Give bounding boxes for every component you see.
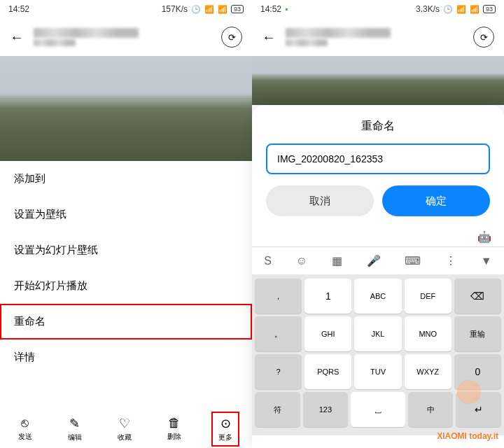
menu-rename[interactable]: 重命名 [0, 304, 252, 340]
notification-icon: ▪ [285, 4, 288, 14]
bluetooth-icon: 🕒 [191, 5, 201, 14]
alarm-icon: 📶 [204, 5, 214, 14]
bluetooth-icon: 🕒 [443, 5, 453, 14]
emoji-hint: 🤖 [252, 227, 504, 246]
heart-icon: ♡ [119, 416, 130, 431]
back-button[interactable]: ← [10, 29, 24, 46]
bottom-edit[interactable]: ✎编辑 [62, 413, 88, 445]
trash-icon: 🗑 [168, 416, 181, 430]
back-button[interactable]: ← [262, 29, 276, 46]
menu-add-to[interactable]: 添加到 [0, 161, 252, 197]
key-zero[interactable]: 0 [454, 354, 501, 389]
collapse-icon[interactable]: ▼ [481, 255, 492, 267]
header: ← ⟳ [0, 18, 252, 56]
key-numbers[interactable]: 123 [303, 392, 349, 427]
battery-icon: 93 [483, 5, 496, 13]
clipboard-icon[interactable]: ▦ [332, 254, 342, 267]
more-icon: ⊙ [220, 416, 231, 431]
key-space[interactable]: ⎵ [351, 392, 405, 427]
menu-details[interactable]: 详情 [0, 340, 252, 375]
emoji-icon[interactable]: ☺ [296, 255, 307, 267]
bottom-delete[interactable]: 🗑删除 [162, 413, 187, 444]
voice-icon[interactable]: 🎤 [367, 254, 381, 267]
key-symbols[interactable]: 符 [255, 392, 300, 427]
key-6[interactable]: MNO [405, 316, 451, 351]
key-question[interactable]: ? [255, 354, 302, 389]
key-9[interactable]: WXYZ [405, 354, 451, 389]
keyboard-toolbar: S ☺ ▦ 🎤 ⌨ ⋮ ▼ [252, 246, 504, 274]
menu-set-slideshow-wallpaper[interactable]: 设置为幻灯片壁纸 [0, 232, 252, 268]
signal-icon: 📶 [456, 5, 466, 14]
status-net: 157K/s [162, 4, 188, 14]
menu-set-wallpaper[interactable]: 设置为壁纸 [0, 197, 252, 232]
key-8[interactable]: TUV [354, 354, 401, 389]
more-icon[interactable]: ⋮ [445, 254, 456, 267]
photo-preview[interactable] [0, 56, 252, 161]
rename-dialog: 重命名 取消 确定 🤖 S ☺ ▦ 🎤 ⌨ ⋮ ▼ ， 1 ABC DEF ⌫ [252, 105, 504, 448]
key-comma[interactable]: ， [255, 279, 302, 314]
ok-button[interactable]: 确定 [382, 186, 490, 216]
header-title [286, 27, 463, 48]
settings-icon[interactable]: ⌨ [405, 254, 421, 267]
key-enter[interactable]: ↵ [456, 392, 501, 427]
header: ← ⟳ [252, 18, 504, 56]
status-time: 14:52 [260, 4, 281, 14]
cancel-button[interactable]: 取消 [266, 186, 374, 216]
bottom-send[interactable]: ⎋发送 [13, 413, 38, 444]
status-bar: 14:52 ▪ 3.3K/s 🕒 📶 📶 93 [252, 0, 504, 18]
rename-input[interactable] [266, 144, 490, 174]
phone-left: 14:52 157K/s 🕒 📶 📶 93 ← ⟳ 添加到 设置为壁纸 设置为幻… [0, 0, 252, 448]
bottom-bar: ⎋发送 ✎编辑 ♡收藏 🗑删除 ⊙更多 [0, 409, 252, 448]
status-net: 3.3K/s [416, 4, 440, 14]
phone-right: 14:52 ▪ 3.3K/s 🕒 📶 📶 93 ← ⟳ 重命名 取消 确定 🤖 [252, 0, 504, 448]
wifi-icon: 📶 [470, 5, 479, 14]
wifi-icon: 📶 [218, 5, 227, 14]
key-lang[interactable]: 中 [408, 392, 454, 427]
photo-preview[interactable] [252, 56, 504, 105]
key-1[interactable]: 1 [304, 279, 351, 314]
keyboard: ， 1 ABC DEF ⌫ 。 GHI JKL MNO 重输 ? PQRS TU… [252, 274, 504, 435]
status-time: 14:52 [8, 4, 29, 14]
key-2[interactable]: ABC [354, 279, 401, 314]
rotate-button[interactable]: ⟳ [473, 27, 494, 48]
key-5[interactable]: JKL [354, 316, 401, 351]
key-backspace[interactable]: ⌫ [454, 279, 501, 314]
ime-logo-icon[interactable]: S [264, 255, 272, 267]
status-bar: 14:52 157K/s 🕒 📶 📶 93 [0, 0, 252, 18]
key-7[interactable]: PQRS [304, 354, 351, 389]
edit-icon: ✎ [69, 416, 80, 431]
header-title [34, 27, 211, 48]
share-icon: ⎋ [21, 416, 29, 430]
bottom-more[interactable]: ⊙更多 [211, 412, 239, 447]
key-reinput[interactable]: 重输 [454, 316, 501, 351]
dialog-title: 重命名 [252, 105, 504, 144]
key-period[interactable]: 。 [255, 316, 302, 351]
menu-start-slideshow[interactable]: 开始幻灯片播放 [0, 268, 252, 304]
bottom-favorite[interactable]: ♡收藏 [112, 413, 137, 445]
key-4[interactable]: GHI [304, 316, 351, 351]
more-menu: 添加到 设置为壁纸 设置为幻灯片壁纸 开始幻灯片播放 重命名 详情 [0, 161, 252, 409]
rotate-button[interactable]: ⟳ [221, 27, 242, 48]
battery-icon: 93 [231, 5, 244, 13]
key-3[interactable]: DEF [405, 279, 451, 314]
